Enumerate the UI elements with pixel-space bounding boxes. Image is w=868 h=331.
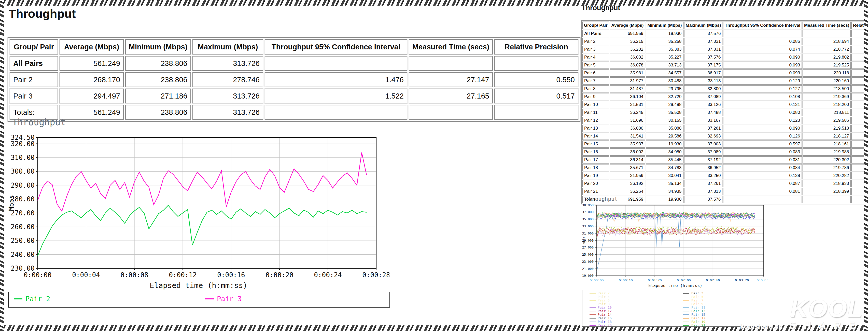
row-label-cell: Pair 8 — [582, 85, 609, 92]
row-label-cell: Pair 11 — [582, 109, 609, 116]
svg-text:0:00:20: 0:00:20 — [266, 271, 293, 279]
value-cell: 1.522 — [265, 89, 407, 103]
series-line-pair-19 — [597, 227, 755, 237]
watermark-share-text: SHARE — [789, 320, 863, 331]
svg-text:27.000: 27.000 — [582, 245, 594, 249]
value-cell: 220.160 — [803, 78, 851, 85]
value-cell: 33.113 — [684, 78, 723, 85]
left-panel-title: Throughput — [9, 7, 76, 21]
legend-color-dash — [683, 293, 689, 294]
value-cell: 33.250 — [684, 172, 723, 179]
value-cell: 271.186 — [125, 89, 191, 103]
legend-color-dash — [683, 304, 689, 304]
value-cell: 219.525 — [803, 62, 851, 69]
row-label-cell: Pair 10 — [582, 101, 609, 108]
table-row: Pair 336.20235.38337.3310.074218.7720.20… — [582, 46, 868, 53]
value-cell: 220.118 — [803, 69, 851, 77]
value-cell: 1.476 — [265, 72, 407, 87]
column-header: Minimum (Mbps) — [125, 39, 191, 55]
value-cell: 0.084 — [723, 164, 802, 171]
hatched-border-right — [864, 0, 868, 331]
left-chart-title: Throughput — [12, 117, 66, 127]
svg-text:0:00:04: 0:00:04 — [72, 271, 100, 279]
value-cell: 33.713 — [646, 62, 683, 69]
value-cell: 0.517 — [494, 89, 578, 103]
row-label-cell: Pair 13 — [582, 125, 609, 132]
value-cell: 37.089 — [684, 93, 723, 100]
value-cell: 0.080 — [723, 109, 802, 116]
value-cell: 30.155 — [646, 117, 683, 124]
svg-text:0:02:40: 0:02:40 — [706, 278, 720, 282]
table-row: Pair 1231.69630.15533.1670.123219.5860.3… — [582, 117, 868, 124]
legend-label: Pair 5 — [691, 295, 703, 299]
legend-color-dash — [590, 304, 596, 304]
column-header: Maximum (Mbps) — [192, 39, 263, 55]
value-cell: 218.127 — [803, 133, 851, 140]
legend-label: Pair 13 — [691, 309, 705, 313]
svg-text:0:00:08: 0:00:08 — [120, 271, 148, 279]
value-cell: 219.802 — [803, 54, 851, 61]
value-cell — [265, 105, 407, 120]
table-row: Pair 2136.26434.93537.3130.081218.3990.2… — [582, 188, 868, 195]
right-throughput-chart: 0:00:000:00:400:01:200:02:000:02:400:03:… — [582, 203, 768, 282]
value-cell: 36.314 — [610, 156, 645, 163]
legend-color-dash — [14, 298, 22, 299]
left-throughput-chart: 0:00:000:00:040:00:080:00:120:00:160:00:… — [8, 128, 390, 280]
legend-label: Pair 3 — [691, 292, 703, 295]
row-label-cell: Pair 16 — [582, 148, 609, 156]
value-cell: 0.127 — [723, 85, 802, 92]
value-cell: 37.313 — [684, 188, 723, 195]
legend-entry-pair-2: Pair 2 — [14, 295, 51, 303]
legend-entry-pair-3: Pair 3 — [205, 295, 242, 303]
table-row: Pair 1736.31435.44537.1920.081220.3020.2… — [582, 156, 868, 163]
column-header: Maximum (Mbps) — [684, 22, 723, 29]
svg-text:0:00:00: 0:00:00 — [24, 271, 52, 279]
svg-text:0:00:16: 0:00:16 — [217, 271, 245, 279]
left-chart-legend: Pair 2Pair 3 — [8, 292, 390, 308]
value-cell: 0.138 — [723, 172, 802, 179]
table-row: Pair 1431.54129.58632.6930.126218.1270.4… — [582, 133, 868, 140]
value-cell: 36.104 — [610, 93, 645, 100]
column-header: Group/ Pair — [10, 39, 58, 55]
table-row: Pair 536.07833.71337.1750.093219.5250.25… — [582, 62, 868, 69]
value-cell: 29.586 — [646, 133, 683, 140]
value-cell: 0.074 — [723, 46, 802, 53]
value-cell — [803, 30, 851, 37]
value-cell: 268.170 — [60, 72, 124, 87]
legend-color-dash — [590, 325, 596, 326]
value-cell — [723, 196, 802, 203]
svg-text:38.950: 38.950 — [582, 203, 594, 207]
value-cell: 36.002 — [610, 148, 645, 156]
report-page: Throughput Group/ PairAverage (Mbps)Mini… — [0, 0, 868, 331]
table-header-row: Group/ PairAverage (Mbps)Minimum (Mbps)M… — [10, 39, 578, 55]
value-cell: 238.806 — [125, 56, 191, 71]
svg-text:0:00:24: 0:00:24 — [314, 271, 342, 279]
value-cell: 27.147 — [409, 72, 493, 87]
value-cell: 36.080 — [610, 125, 645, 132]
value-cell: 313.726 — [192, 56, 263, 71]
legend-label: Pair 14 — [598, 313, 612, 317]
value-cell: 0.550 — [494, 72, 578, 87]
legend-entry-pair-3: Pair 3 — [683, 292, 771, 295]
table-row: Pair 936.10432.72037.0890.108219.3690.29… — [582, 93, 868, 100]
svg-text:0:00:00: 0:00:00 — [590, 278, 604, 282]
column-header: Measured Time (secs) — [409, 39, 493, 55]
value-cell: 37.003 — [684, 141, 723, 148]
svg-text:0:00:40: 0:00:40 — [619, 278, 633, 282]
table-row: Pair 1636.00234.98037.0890.083219.9880.2… — [582, 148, 868, 156]
value-cell: 37.089 — [684, 148, 723, 156]
row-label-cell: Pair 2 — [10, 72, 58, 87]
legend-color-dash — [590, 307, 596, 308]
value-cell: 35.671 — [610, 164, 645, 171]
table-row: Pair 1835.67134.78336.9520.084219.7860.2… — [582, 164, 868, 171]
table-row: Pair 831.48729.79532.8000.127218.5000.40… — [582, 85, 868, 92]
value-cell: 218.161 — [803, 141, 851, 148]
value-cell: 37.331 — [684, 46, 723, 53]
value-cell — [409, 105, 493, 120]
svg-text:Mbps: Mbps — [8, 195, 15, 211]
svg-text:250.00: 250.00 — [11, 237, 35, 244]
value-cell — [803, 196, 851, 203]
legend-label: Pair 18 — [598, 320, 612, 324]
column-header: Minimum (Mbps) — [646, 22, 683, 29]
svg-text:37.000: 37.000 — [582, 210, 594, 214]
